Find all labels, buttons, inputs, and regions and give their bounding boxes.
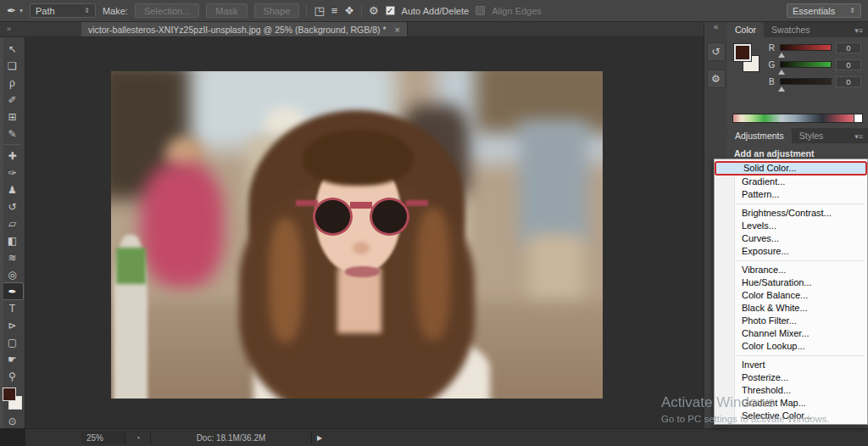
crop-tool[interactable]: ⊞ bbox=[3, 109, 23, 125]
menu-item-pattern[interactable]: Pattern... bbox=[715, 188, 867, 201]
align-edges-checkbox[interactable] bbox=[476, 6, 485, 15]
tab-swatches[interactable]: Swatches bbox=[764, 22, 818, 37]
collapse-panels-icon[interactable]: « bbox=[714, 22, 719, 34]
foreground-color-swatch[interactable] bbox=[3, 387, 16, 401]
collapse-tools-dock-icon[interactable]: » bbox=[0, 22, 81, 36]
menu-item-photo-filter[interactable]: Photo Filter... bbox=[715, 315, 867, 327]
hand-tool[interactable]: ☛ bbox=[3, 351, 23, 367]
channel-slider[interactable] bbox=[780, 61, 832, 68]
panel-menu-icon[interactable]: ▾≡ bbox=[849, 130, 868, 143]
channel-slider[interactable] bbox=[780, 44, 832, 51]
channel-value-field[interactable]: 0 bbox=[836, 42, 861, 53]
tool-preset-caret-icon[interactable]: ▾ bbox=[19, 7, 23, 14]
quick-mask-mode-icon[interactable]: ⊙ bbox=[3, 413, 23, 429]
menu-item-color-balance[interactable]: Color Balance... bbox=[715, 289, 867, 302]
path-arrangement-icon[interactable]: ❖ bbox=[344, 5, 354, 16]
menu-item-curves[interactable]: Curves... bbox=[715, 232, 867, 245]
move-tool[interactable]: ↖ bbox=[3, 41, 23, 57]
photo-woman-bangs bbox=[303, 130, 414, 186]
channel-value-field[interactable]: 0 bbox=[836, 76, 861, 87]
photo-woman-hair-highlight bbox=[416, 209, 451, 339]
path-alignment-icon[interactable]: ≡ bbox=[331, 5, 338, 16]
menu-item-threshold[interactable]: Threshold... bbox=[715, 384, 867, 397]
workspace-switcher-button[interactable]: Essentials ⇕ bbox=[787, 3, 861, 18]
dodge-tool[interactable]: ◎ bbox=[3, 266, 23, 282]
panel-foreground-swatch[interactable] bbox=[734, 44, 751, 61]
tab-adjustments[interactable]: Adjustments bbox=[727, 128, 792, 143]
healing-brush-tool[interactable]: ✚ bbox=[3, 148, 23, 164]
make-shape-button[interactable]: Shape bbox=[254, 3, 300, 18]
menu-item-exposure[interactable]: Exposure... bbox=[715, 245, 867, 258]
menu-item-black-white[interactable]: Black & White... bbox=[715, 302, 867, 315]
channel-slider[interactable] bbox=[780, 78, 832, 85]
pen-icon[interactable]: ✒ bbox=[7, 5, 16, 16]
history-brush-tool[interactable]: ↺ bbox=[3, 198, 23, 215]
tab-close-icon[interactable]: × bbox=[394, 25, 399, 35]
canvas-area[interactable] bbox=[25, 37, 704, 428]
slider-handle-icon[interactable] bbox=[778, 53, 785, 58]
status-flyout-icon[interactable]: ▶ bbox=[312, 434, 327, 442]
menu-item-invert[interactable]: Invert bbox=[715, 359, 867, 371]
tab-color[interactable]: Color bbox=[727, 22, 764, 37]
menu-item-gradient[interactable]: Gradient... bbox=[715, 176, 867, 188]
photo-woman-neck bbox=[337, 268, 381, 333]
spectrum-white-chip[interactable] bbox=[854, 114, 862, 122]
status-clock-icon: ◔ bbox=[125, 432, 151, 444]
lasso-tool[interactable]: ρ bbox=[3, 75, 23, 91]
path-selection-tool[interactable]: ⊳ bbox=[3, 317, 23, 333]
menu-item-solid-color[interactable]: Solid Color... bbox=[715, 161, 867, 176]
brush-tool[interactable]: ✑ bbox=[3, 164, 23, 181]
photoshop-window: ✒ ▾ Path ⇕ Make: Selection... Mask Shape… bbox=[0, 0, 868, 446]
blur-tool[interactable]: ≋ bbox=[3, 249, 23, 265]
menu-item-hue-saturation[interactable]: Hue/Saturation... bbox=[715, 276, 867, 289]
make-label: Make: bbox=[103, 6, 128, 16]
panel-color-swatches bbox=[734, 44, 760, 73]
menu-item-gradient-map[interactable]: Gradient Map... bbox=[715, 397, 867, 410]
properties-panel-icon[interactable]: ⚙ bbox=[707, 70, 726, 88]
history-panel-icon[interactable]: ↺ bbox=[707, 42, 726, 61]
document-tab[interactable]: victor-ballesteros-XNIYz25pzII-unsplash.… bbox=[81, 22, 408, 36]
photo-background-person bbox=[519, 120, 587, 245]
clone-stamp-tool[interactable]: ♟ bbox=[3, 181, 23, 198]
quick-selection-tool[interactable]: ✐ bbox=[3, 92, 23, 108]
menu-item-vibrance[interactable]: Vibrance... bbox=[715, 264, 867, 276]
path-mode-select[interactable]: Path ⇕ bbox=[30, 3, 96, 18]
shape-tool[interactable]: ▢ bbox=[3, 334, 23, 350]
document-size-info[interactable]: Doc: 18.1M/36.2M bbox=[151, 432, 312, 444]
channel-value-field[interactable]: 0 bbox=[836, 59, 861, 70]
gear-icon[interactable]: ⚙ bbox=[369, 5, 379, 16]
menu-item-color-lookup[interactable]: Color Lookup... bbox=[715, 340, 867, 353]
zoom-tool[interactable]: ⚲ bbox=[3, 368, 23, 384]
menu-item-levels[interactable]: Levels... bbox=[715, 220, 867, 232]
color-panel-header: Color Swatches ▾≡ bbox=[727, 22, 868, 37]
status-bar: 25% ◔ Doc: 18.1M/36.2M ▶ bbox=[25, 428, 868, 446]
menu-item-posterize[interactable]: Posterize... bbox=[715, 371, 867, 384]
path-operations-icon[interactable]: ◳ bbox=[314, 5, 324, 16]
zoom-level-field[interactable]: 25% bbox=[81, 432, 125, 444]
slider-handle-icon[interactable] bbox=[778, 70, 785, 75]
auto-add-delete-checkbox[interactable]: ✓ bbox=[386, 6, 395, 15]
make-selection-button[interactable]: Selection... bbox=[135, 3, 199, 18]
color-spectrum-ramp[interactable] bbox=[732, 114, 863, 123]
eraser-tool[interactable]: ▱ bbox=[3, 215, 23, 231]
channel-label: B bbox=[768, 77, 776, 86]
menu-item-channel-mixer[interactable]: Channel Mixer... bbox=[715, 327, 867, 340]
photo-document[interactable] bbox=[111, 71, 603, 399]
menu-item-brightness-contrast[interactable]: Brightness/Contrast... bbox=[715, 207, 867, 220]
menu-item-selective-color[interactable]: Selective Color... bbox=[715, 410, 867, 422]
gradient-tool[interactable]: ◧ bbox=[3, 232, 23, 248]
tab-styles[interactable]: Styles bbox=[792, 128, 832, 143]
pen-tool[interactable]: ✒ bbox=[3, 283, 23, 299]
slider-handle-icon[interactable] bbox=[778, 86, 785, 92]
path-mode-value: Path bbox=[36, 6, 55, 16]
rectangular-marquee-tool[interactable]: ❏ bbox=[3, 58, 23, 74]
eyedropper-tool[interactable]: ✎ bbox=[3, 125, 23, 142]
menu-separator bbox=[737, 355, 864, 356]
type-tool[interactable]: T bbox=[3, 300, 23, 316]
options-bar: ✒ ▾ Path ⇕ Make: Selection... Mask Shape… bbox=[0, 0, 868, 22]
panel-menu-icon[interactable]: ▾≡ bbox=[849, 24, 868, 37]
channel-label: R bbox=[768, 43, 776, 53]
photo-background-person-pink bbox=[141, 163, 225, 287]
spectrum-gradient[interactable] bbox=[733, 114, 854, 122]
make-mask-button[interactable]: Mask bbox=[206, 3, 247, 18]
